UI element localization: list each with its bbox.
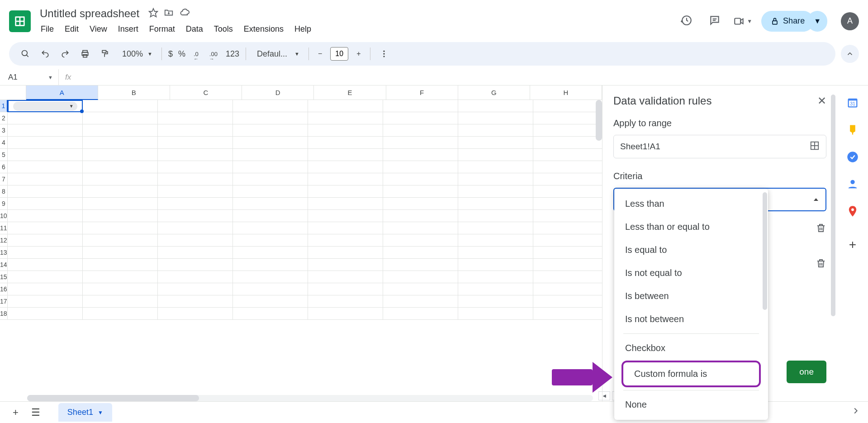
print-icon[interactable] [76, 46, 94, 62]
cell[interactable] [383, 112, 458, 124]
criteria-option-not-between[interactable]: Is not between [614, 308, 768, 331]
cell[interactable] [83, 185, 158, 198]
account-avatar[interactable]: A [841, 12, 859, 30]
cell[interactable] [458, 283, 533, 295]
cell[interactable] [8, 112, 83, 124]
cell[interactable] [83, 100, 158, 112]
row-header-15[interactable]: 15 [0, 271, 8, 283]
row-header-5[interactable]: 5 [0, 149, 8, 161]
row-header-18[interactable]: 18 [0, 308, 8, 320]
row-header-6[interactable]: 6 [0, 161, 8, 173]
sheet-tab-menu-icon[interactable]: ▼ [98, 409, 103, 416]
cell[interactable] [458, 308, 533, 320]
increase-decimal-icon[interactable]: .00→ [205, 47, 222, 61]
cell[interactable] [158, 210, 233, 222]
cell[interactable] [533, 308, 602, 320]
cell[interactable] [458, 222, 533, 234]
cell[interactable] [233, 173, 308, 185]
dropdown-scrollbar[interactable] [763, 192, 767, 310]
cell[interactable] [233, 222, 308, 234]
meet-button[interactable]: ▼ [733, 15, 752, 27]
cell[interactable] [383, 259, 458, 271]
column-header-a[interactable]: A [26, 86, 98, 100]
cell[interactable] [308, 295, 383, 308]
row-header-16[interactable]: 16 [0, 283, 8, 295]
cell-dropdown-chip[interactable] [13, 102, 77, 111]
contacts-icon[interactable] [846, 178, 859, 190]
share-dropdown[interactable]: ▼ [807, 11, 827, 32]
cell[interactable] [458, 295, 533, 308]
cell[interactable] [383, 100, 458, 112]
criteria-option-not-equal[interactable]: Is not equal to [614, 261, 768, 285]
cell[interactable] [158, 247, 233, 259]
cell[interactable] [458, 198, 533, 210]
cell[interactable] [533, 100, 602, 112]
cell[interactable] [158, 234, 233, 247]
cell[interactable] [458, 149, 533, 161]
cell[interactable] [308, 161, 383, 173]
font-size-input[interactable] [330, 47, 348, 61]
criteria-option-less-than[interactable]: Less than [614, 192, 768, 215]
criteria-option-custom-formula[interactable]: Custom formula is [621, 361, 761, 387]
horizontal-scrollbar-track[interactable] [27, 395, 593, 401]
cell[interactable] [533, 283, 602, 295]
cell[interactable] [533, 185, 602, 198]
cell[interactable] [158, 271, 233, 283]
cell[interactable] [8, 161, 83, 173]
cell[interactable] [233, 137, 308, 149]
select-range-icon[interactable] [810, 141, 820, 152]
cell[interactable] [383, 247, 458, 259]
decrease-decimal-icon[interactable]: .0← [189, 47, 203, 61]
cell[interactable] [83, 198, 158, 210]
cloud-status-icon[interactable] [179, 7, 190, 20]
cell[interactable] [158, 173, 233, 185]
cell[interactable] [158, 259, 233, 271]
menu-insert[interactable]: Insert [114, 23, 143, 36]
cell[interactable] [308, 124, 383, 137]
menu-extensions[interactable]: Extensions [239, 23, 288, 36]
cell[interactable] [383, 137, 458, 149]
column-header-d[interactable]: D [242, 86, 314, 100]
cell[interactable] [533, 234, 602, 247]
format-percent[interactable]: % [176, 49, 187, 59]
cell[interactable] [83, 124, 158, 137]
cell[interactable] [233, 283, 308, 295]
cell[interactable] [458, 100, 533, 112]
comment-icon[interactable] [705, 11, 724, 32]
cell[interactable] [158, 149, 233, 161]
active-cell[interactable] [8, 100, 83, 112]
cell[interactable] [8, 247, 83, 259]
collapse-toolbar-icon[interactable] [841, 45, 859, 63]
cell[interactable] [308, 247, 383, 259]
criteria-option-less-equal[interactable]: Less than or equal to [614, 215, 768, 238]
cell[interactable] [383, 283, 458, 295]
row-header-9[interactable]: 9 [0, 198, 8, 210]
undo-icon[interactable] [36, 46, 54, 62]
cell[interactable] [308, 198, 383, 210]
font-family-select[interactable]: Defaul...▼ [251, 46, 304, 62]
menu-file[interactable]: File [36, 23, 58, 36]
cell[interactable] [158, 137, 233, 149]
cell[interactable] [308, 112, 383, 124]
all-sheets-icon[interactable]: ☰ [28, 403, 44, 422]
row-header-7[interactable]: 7 [0, 173, 8, 185]
range-input[interactable] [620, 142, 810, 152]
column-header-g[interactable]: G [458, 86, 530, 100]
format-currency[interactable]: $ [166, 49, 175, 59]
cell[interactable] [233, 149, 308, 161]
cell[interactable] [458, 259, 533, 271]
cell[interactable] [83, 210, 158, 222]
cell[interactable] [8, 198, 83, 210]
cell[interactable] [8, 124, 83, 137]
cell[interactable] [308, 222, 383, 234]
maps-icon[interactable] [846, 205, 859, 218]
cell[interactable] [383, 210, 458, 222]
cell[interactable] [233, 100, 308, 112]
search-menus-icon[interactable] [16, 46, 34, 62]
cell[interactable] [533, 112, 602, 124]
row-header-11[interactable]: 11 [0, 222, 8, 234]
cell[interactable] [383, 271, 458, 283]
cell[interactable] [308, 234, 383, 247]
cell[interactable] [83, 283, 158, 295]
cell[interactable] [8, 234, 83, 247]
